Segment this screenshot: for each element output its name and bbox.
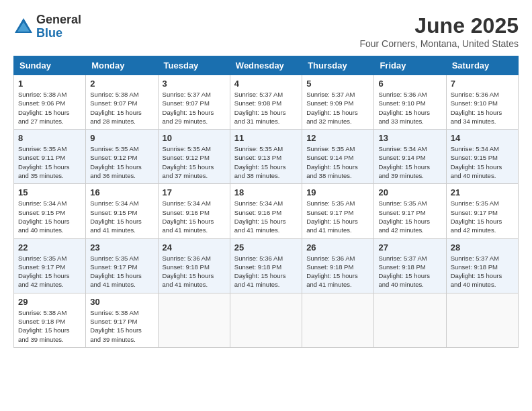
table-row: 7 Sunrise: 5:36 AMSunset: 9:10 PMDayligh… [446,75,518,130]
day-info: Sunrise: 5:35 AMSunset: 9:12 PMDaylight:… [163,144,226,180]
table-row: 13 Sunrise: 5:34 AMSunset: 9:14 PMDaylig… [374,130,446,184]
day-info: Sunrise: 5:35 AMSunset: 9:17 PMDaylight:… [18,254,81,289]
table-row: 18 Sunrise: 5:34 AMSunset: 9:16 PMDaylig… [230,184,302,238]
table-row: 26 Sunrise: 5:36 AMSunset: 9:18 PMDaylig… [302,238,374,293]
day-number: 22 [18,242,81,253]
col-monday: Monday [86,56,158,75]
table-row: 12 Sunrise: 5:35 AMSunset: 9:14 PMDaylig… [302,130,374,184]
day-number: 17 [163,187,226,197]
day-number: 3 [163,79,226,89]
table-row: 3 Sunrise: 5:37 AMSunset: 9:07 PMDayligh… [158,75,230,130]
day-info: Sunrise: 5:38 AMSunset: 9:17 PMDaylight:… [90,308,153,344]
day-number: 9 [90,133,153,143]
table-row: 16 Sunrise: 5:34 AMSunset: 9:15 PMDaylig… [86,184,158,238]
month-year: June 2025 [359,13,519,38]
day-number: 14 [451,133,514,143]
day-info: Sunrise: 5:35 AMSunset: 9:14 PMDaylight:… [306,144,369,180]
table-row: 29 Sunrise: 5:38 AMSunset: 9:18 PMDaylig… [14,293,86,347]
day-info: Sunrise: 5:37 AMSunset: 9:08 PMDaylight:… [234,90,298,126]
table-row: 11 Sunrise: 5:35 AMSunset: 9:13 PMDaylig… [230,130,302,184]
day-number: 18 [234,187,298,197]
logo-icon [13,17,34,37]
day-info: Sunrise: 5:35 AMSunset: 9:17 PMDaylight:… [451,199,514,234]
day-info: Sunrise: 5:34 AMSunset: 9:16 PMDaylight:… [163,199,226,234]
calendar-week-row: 29 Sunrise: 5:38 AMSunset: 9:18 PMDaylig… [14,293,519,347]
day-number: 1 [18,79,81,89]
day-info: Sunrise: 5:37 AMSunset: 9:18 PMDaylight:… [378,254,441,289]
day-info: Sunrise: 5:35 AMSunset: 9:13 PMDaylight:… [234,144,298,180]
col-friday: Friday [374,56,446,75]
table-row [302,293,374,347]
table-row: 6 Sunrise: 5:36 AMSunset: 9:10 PMDayligh… [374,75,446,130]
day-number: 7 [451,79,514,89]
day-info: Sunrise: 5:36 AMSunset: 9:18 PMDaylight:… [306,254,369,289]
day-number: 27 [378,242,441,253]
col-wednesday: Wednesday [230,56,302,75]
day-info: Sunrise: 5:37 AMSunset: 9:07 PMDaylight:… [163,90,226,126]
day-info: Sunrise: 5:38 AMSunset: 9:06 PMDaylight:… [18,90,81,126]
day-number: 16 [90,187,153,197]
day-number: 2 [90,79,153,89]
table-row: 21 Sunrise: 5:35 AMSunset: 9:17 PMDaylig… [446,184,518,238]
table-row: 27 Sunrise: 5:37 AMSunset: 9:18 PMDaylig… [374,238,446,293]
day-info: Sunrise: 5:35 AMSunset: 9:17 PMDaylight:… [378,199,441,234]
day-number: 8 [18,133,81,143]
table-row: 17 Sunrise: 5:34 AMSunset: 9:16 PMDaylig… [158,184,230,238]
day-number: 25 [234,242,298,253]
calendar-header-row: Sunday Monday Tuesday Wednesday Thursday… [14,56,519,75]
logo-general-text: General [36,13,81,27]
day-number: 19 [306,187,369,197]
calendar-week-row: 8 Sunrise: 5:35 AMSunset: 9:11 PMDayligh… [14,130,519,184]
table-row: 2 Sunrise: 5:38 AMSunset: 9:07 PMDayligh… [86,75,158,130]
location: Four Corners, Montana, United States [359,38,519,49]
day-number: 4 [234,79,298,89]
day-number: 30 [90,297,153,307]
table-row: 30 Sunrise: 5:38 AMSunset: 9:17 PMDaylig… [86,293,158,347]
table-row: 15 Sunrise: 5:34 AMSunset: 9:15 PMDaylig… [14,184,86,238]
day-number: 23 [90,242,153,253]
day-number: 11 [234,133,298,143]
col-thursday: Thursday [302,56,374,75]
day-number: 28 [451,242,514,253]
day-info: Sunrise: 5:35 AMSunset: 9:17 PMDaylight:… [306,199,369,234]
day-info: Sunrise: 5:37 AMSunset: 9:18 PMDaylight:… [451,254,514,289]
table-row [446,293,518,347]
day-info: Sunrise: 5:35 AMSunset: 9:11 PMDaylight:… [18,144,81,180]
day-number: 29 [18,297,81,307]
calendar-week-row: 1 Sunrise: 5:38 AMSunset: 9:06 PMDayligh… [14,75,519,130]
day-number: 6 [378,79,441,89]
day-info: Sunrise: 5:35 AMSunset: 9:17 PMDaylight:… [90,254,153,289]
table-row: 20 Sunrise: 5:35 AMSunset: 9:17 PMDaylig… [374,184,446,238]
logo-text: General Blue [36,13,81,40]
table-row: 25 Sunrise: 5:36 AMSunset: 9:18 PMDaylig… [230,238,302,293]
table-row: 28 Sunrise: 5:37 AMSunset: 9:18 PMDaylig… [446,238,518,293]
calendar-week-row: 22 Sunrise: 5:35 AMSunset: 9:17 PMDaylig… [14,238,519,293]
table-row: 8 Sunrise: 5:35 AMSunset: 9:11 PMDayligh… [14,130,86,184]
day-info: Sunrise: 5:34 AMSunset: 9:15 PMDaylight:… [90,199,153,234]
col-sunday: Sunday [14,56,86,75]
day-info: Sunrise: 5:38 AMSunset: 9:18 PMDaylight:… [18,308,81,344]
table-row [158,293,230,347]
day-info: Sunrise: 5:36 AMSunset: 9:18 PMDaylight:… [234,254,298,289]
day-number: 5 [306,79,369,89]
table-row: 1 Sunrise: 5:38 AMSunset: 9:06 PMDayligh… [14,75,86,130]
col-saturday: Saturday [446,56,518,75]
day-number: 26 [306,242,369,253]
table-row: 22 Sunrise: 5:35 AMSunset: 9:17 PMDaylig… [14,238,86,293]
table-row: 19 Sunrise: 5:35 AMSunset: 9:17 PMDaylig… [302,184,374,238]
day-number: 21 [451,187,514,197]
day-info: Sunrise: 5:38 AMSunset: 9:07 PMDaylight:… [90,90,153,126]
calendar-table: Sunday Monday Tuesday Wednesday Thursday… [13,56,519,348]
day-info: Sunrise: 5:34 AMSunset: 9:14 PMDaylight:… [378,144,441,180]
table-row: 10 Sunrise: 5:35 AMSunset: 9:12 PMDaylig… [158,130,230,184]
table-row: 14 Sunrise: 5:34 AMSunset: 9:15 PMDaylig… [446,130,518,184]
table-row: 5 Sunrise: 5:37 AMSunset: 9:09 PMDayligh… [302,75,374,130]
table-row: 23 Sunrise: 5:35 AMSunset: 9:17 PMDaylig… [86,238,158,293]
table-row [230,293,302,347]
day-info: Sunrise: 5:36 AMSunset: 9:10 PMDaylight:… [378,90,441,126]
table-row: 9 Sunrise: 5:35 AMSunset: 9:12 PMDayligh… [86,130,158,184]
day-info: Sunrise: 5:37 AMSunset: 9:09 PMDaylight:… [306,90,369,126]
table-row: 4 Sunrise: 5:37 AMSunset: 9:08 PMDayligh… [230,75,302,130]
day-number: 12 [306,133,369,143]
day-number: 24 [163,242,226,253]
